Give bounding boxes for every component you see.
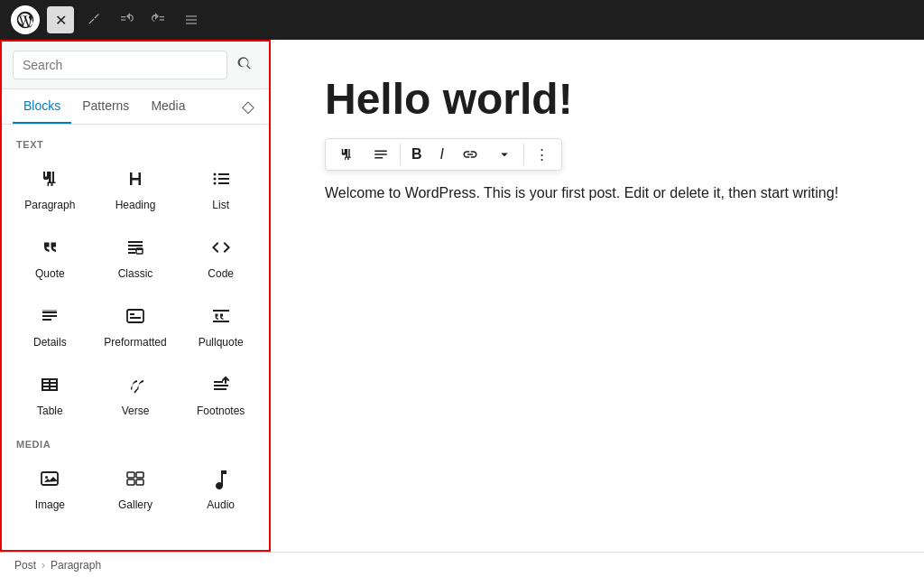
media-blocks-grid: Image Gallery Audio: [2, 453, 269, 526]
block-item-table[interactable]: Table: [9, 363, 91, 428]
tab-media[interactable]: Media: [140, 89, 196, 124]
toolbar-options-btn[interactable]: ⋮: [526, 141, 558, 168]
block-toolbar: B I ⋮: [325, 138, 562, 171]
svg-rect-27: [49, 378, 51, 391]
content-area: Hello world! B I ⋮: [271, 40, 924, 552]
close-button[interactable]: ✕: [47, 6, 74, 33]
svg-rect-38: [374, 150, 387, 152]
edit-icon-button[interactable]: [81, 7, 106, 33]
toolbar-bold-btn[interactable]: B: [402, 141, 431, 168]
gallery-icon: [125, 468, 146, 493]
svg-rect-12: [128, 252, 135, 254]
block-item-paragraph[interactable]: Paragraph: [9, 157, 91, 222]
classic-icon: [125, 237, 146, 262]
block-label-list: List: [212, 199, 229, 211]
svg-rect-20: [213, 310, 229, 312]
svg-rect-31: [214, 388, 226, 390]
undo-button[interactable]: [114, 7, 139, 33]
svg-rect-32: [42, 472, 58, 485]
block-item-heading[interactable]: Heading: [95, 157, 177, 222]
svg-rect-36: [127, 479, 134, 485]
block-label-footnotes: Footnotes: [197, 405, 245, 417]
preformatted-icon: [125, 305, 146, 330]
quote-icon: [39, 237, 60, 262]
breadcrumb-post[interactable]: Post: [14, 559, 36, 572]
svg-rect-19: [130, 317, 141, 319]
svg-point-6: [213, 173, 216, 176]
footnotes-icon: [210, 374, 232, 399]
svg-rect-18: [130, 313, 134, 315]
main-area: Blocks Patterns Media ◇ TEXT Paragraph: [0, 40, 924, 552]
svg-rect-9: [128, 241, 143, 243]
toolbar-divider-2: [523, 144, 524, 165]
section-label-media: MEDIA: [2, 432, 269, 453]
block-item-code[interactable]: Code: [180, 226, 262, 291]
block-item-verse[interactable]: Verse: [95, 363, 177, 428]
block-item-details[interactable]: Details: [9, 294, 91, 359]
block-label-quote: Quote: [35, 267, 65, 280]
block-item-quote[interactable]: Quote: [9, 226, 91, 291]
block-item-preformatted[interactable]: Preformatted: [95, 294, 177, 359]
svg-rect-2: [186, 23, 197, 23]
tab-blocks[interactable]: Blocks: [13, 89, 71, 124]
block-item-classic[interactable]: Classic: [95, 226, 177, 291]
svg-rect-35: [136, 472, 143, 478]
svg-point-33: [45, 476, 48, 479]
image-icon: [39, 468, 60, 493]
post-content: Hello world! B I ⋮: [325, 76, 870, 204]
block-label-details: Details: [33, 336, 67, 349]
search-icon-button[interactable]: [231, 51, 258, 79]
block-item-gallery[interactable]: Gallery: [95, 457, 177, 522]
block-item-image[interactable]: Image: [9, 457, 91, 522]
block-label-classic: Classic: [118, 267, 153, 280]
toolbar-align-btn[interactable]: [364, 141, 398, 168]
list-icon: [210, 168, 232, 193]
svg-rect-1: [186, 19, 197, 20]
details-icon: [39, 305, 60, 330]
breadcrumb: Post › Paragraph: [0, 552, 924, 577]
toolbar-link-btn[interactable]: [453, 141, 487, 168]
block-item-audio[interactable]: Audio: [180, 457, 262, 522]
block-item-pullquote[interactable]: Pullquote: [180, 294, 262, 359]
breadcrumb-paragraph[interactable]: Paragraph: [51, 559, 101, 572]
svg-rect-5: [218, 182, 229, 184]
post-title[interactable]: Hello world!: [325, 76, 870, 124]
block-label-preformatted: Preformatted: [104, 336, 166, 349]
blocks-list: TEXT Paragraph Heading: [2, 125, 269, 550]
svg-rect-15: [42, 315, 57, 317]
tabs: Blocks Patterns Media ◇: [2, 89, 269, 125]
block-label-gallery: Gallery: [118, 498, 152, 511]
block-label-image: Image: [35, 498, 65, 511]
block-label-heading: Heading: [116, 199, 156, 211]
search-area: [2, 42, 269, 89]
svg-rect-0: [186, 15, 197, 16]
audio-icon: [210, 468, 232, 493]
section-label-text: TEXT: [2, 132, 269, 154]
list-view-button[interactable]: [179, 7, 204, 33]
svg-point-7: [213, 178, 216, 181]
search-input[interactable]: [13, 51, 227, 79]
block-item-list[interactable]: List: [180, 157, 262, 222]
saved-icon[interactable]: ◇: [238, 93, 258, 120]
block-label-pullquote: Pullquote: [199, 336, 244, 349]
post-body[interactable]: Welcome to WordPress. This is your first…: [325, 181, 870, 205]
code-icon: [210, 237, 232, 262]
svg-rect-30: [214, 385, 228, 386]
svg-rect-40: [374, 157, 383, 159]
svg-rect-3: [218, 173, 229, 175]
table-icon: [39, 374, 60, 399]
paragraph-icon: [39, 168, 60, 193]
sidebar: Blocks Patterns Media ◇ TEXT Paragraph: [0, 40, 271, 552]
toolbar-italic-btn[interactable]: I: [431, 141, 453, 168]
block-label-table: Table: [37, 405, 63, 417]
svg-rect-10: [128, 245, 143, 247]
svg-rect-16: [42, 319, 51, 321]
toolbar-more-btn[interactable]: [487, 141, 522, 168]
toolbar-paragraph-btn[interactable]: [329, 141, 364, 168]
svg-rect-21: [213, 321, 229, 322]
svg-rect-26: [42, 378, 43, 391]
redo-button[interactable]: [146, 7, 171, 33]
wp-logo[interactable]: [11, 5, 40, 34]
tab-patterns[interactable]: Patterns: [71, 89, 140, 124]
block-item-footnotes[interactable]: Footnotes: [180, 363, 262, 428]
